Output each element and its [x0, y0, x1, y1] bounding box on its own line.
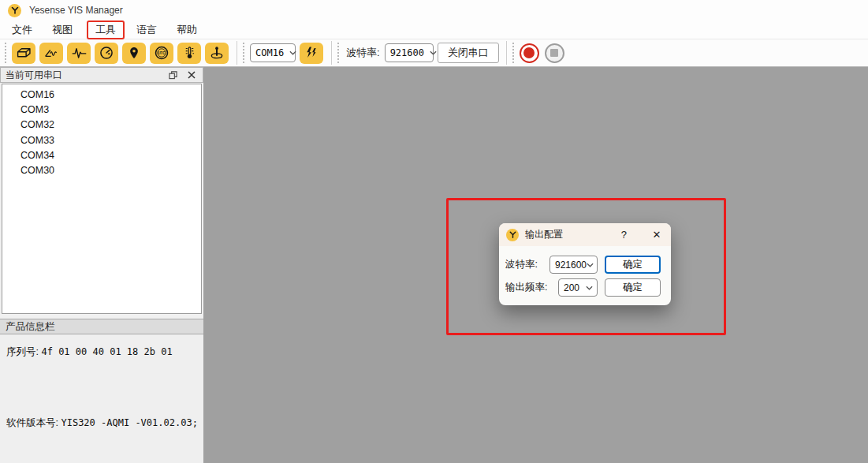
lightning-refresh-icon[interactable]	[300, 43, 323, 64]
port-select[interactable]: COM16	[250, 43, 296, 62]
menu-view[interactable]: 视图	[47, 21, 78, 39]
baud-select-value: 921600	[390, 47, 424, 58]
chevron-down-icon	[586, 286, 593, 290]
menu-tools[interactable]: 工具	[87, 21, 125, 39]
window-titlebar: Yesense YIS Manager	[0, 0, 868, 21]
chevron-down-icon	[424, 50, 437, 55]
stop-icon[interactable]	[545, 43, 564, 63]
port-list-item[interactable]: COM33	[2, 133, 201, 148]
yesense-logo-icon	[8, 4, 21, 17]
available-ports-list: COM16 COM3 COM32 COM33 COM34 COM30	[2, 84, 202, 314]
dialog-output-rate-value: 200	[564, 282, 579, 293]
dialog-close-button[interactable]: ✕	[650, 229, 663, 241]
pin-stand-icon[interactable]	[205, 43, 229, 64]
dialog-baud-value: 921600	[555, 260, 587, 271]
port-list-item[interactable]: COM3	[2, 103, 201, 118]
toolbar-drag-handle[interactable]	[512, 43, 516, 63]
menu-language[interactable]: 语言	[131, 21, 162, 39]
menu-help[interactable]: 帮助	[171, 21, 203, 39]
left-dock: 当前可用串口 COM16 COM3 COM32 COM33 COM34 COM3…	[0, 67, 203, 463]
dialog-output-rate-select[interactable]: 200	[558, 278, 598, 297]
angle-wave-icon[interactable]	[39, 43, 63, 64]
output-config-dialog: 输出配置 ? ✕ 波特率: 921600 确定 输出频率: 200 确定	[499, 223, 671, 305]
menu-file[interactable]: 文件	[6, 21, 38, 39]
menubar: 文件 视图 工具 语言 帮助	[0, 21, 868, 39]
firmware-version-label: 软件版本号:	[6, 417, 58, 428]
baud-select[interactable]: 921600	[385, 43, 434, 62]
baud-rate-label: 波特率:	[346, 46, 380, 60]
window-title: Yesense YIS Manager	[29, 5, 123, 16]
port-list-item[interactable]: COM34	[2, 148, 201, 163]
float-panel-icon[interactable]	[166, 69, 179, 80]
gauge-icon[interactable]	[95, 43, 118, 64]
dialog-output-rate-label: 输出频率:	[505, 281, 547, 294]
toolbar-drag-handle[interactable]	[337, 43, 341, 63]
firmware-version-value: YIS320 -AQMI -V01.02.03;	[61, 417, 197, 428]
baud-confirm-button[interactable]: 确定	[605, 256, 661, 274]
record-icon[interactable]	[520, 43, 539, 63]
product-info-header: 产品信息栏	[0, 319, 203, 334]
yesense-logo-icon	[506, 229, 519, 241]
ports-panel-header: 当前可用串口	[0, 67, 203, 83]
port-list-item[interactable]: COM16	[2, 88, 201, 103]
toolbar: UTC COM16 波特率: 921600 关闭串口	[0, 39, 868, 67]
port-list-item[interactable]: COM32	[2, 118, 201, 133]
close-icon[interactable]	[185, 69, 198, 80]
product-info-title: 产品信息栏	[6, 320, 55, 334]
svg-text:UTC: UTC	[158, 51, 166, 55]
dialog-help-button[interactable]: ?	[621, 229, 627, 241]
port-select-value: COM16	[255, 47, 284, 58]
toolbar-separator	[237, 41, 237, 65]
chevron-down-icon	[587, 263, 594, 267]
utc-clock-icon[interactable]: UTC	[150, 43, 173, 64]
toolbar-separator	[331, 41, 332, 65]
serial-number-value: 4f 01 00 40 01 18 2b 01	[41, 346, 172, 357]
location-pin-icon[interactable]	[122, 43, 146, 64]
port-list-item[interactable]: COM30	[2, 163, 201, 178]
toolbar-separator	[506, 41, 507, 65]
serial-number-label: 序列号:	[6, 346, 39, 357]
toolbar-drag-handle[interactable]	[5, 43, 8, 63]
toolbar-drag-handle[interactable]	[243, 43, 246, 63]
chevron-down-icon	[284, 50, 296, 55]
dialog-baud-select[interactable]: 921600	[549, 256, 598, 274]
product-info-body: 序列号: 4f 01 00 40 01 18 2b 01 软件版本号: YIS3…	[0, 335, 203, 463]
close-serial-port-button[interactable]: 关闭串口	[438, 43, 499, 63]
waveform-icon[interactable]	[67, 43, 91, 64]
cube-3d-icon[interactable]	[12, 43, 35, 64]
dialog-baud-label: 波特率:	[505, 258, 538, 271]
dialog-titlebar[interactable]: 输出配置 ? ✕	[499, 223, 671, 246]
serial-number-line: 序列号: 4f 01 00 40 01 18 2b 01	[6, 345, 173, 359]
dialog-title: 输出配置	[525, 228, 563, 241]
thermometer-icon[interactable]	[177, 43, 201, 64]
firmware-version-line: 软件版本号: YIS320 -AQMI -V01.02.03;	[6, 416, 198, 430]
output-rate-confirm-button[interactable]: 确定	[605, 278, 661, 297]
ports-panel-title: 当前可用串口	[6, 69, 62, 82]
